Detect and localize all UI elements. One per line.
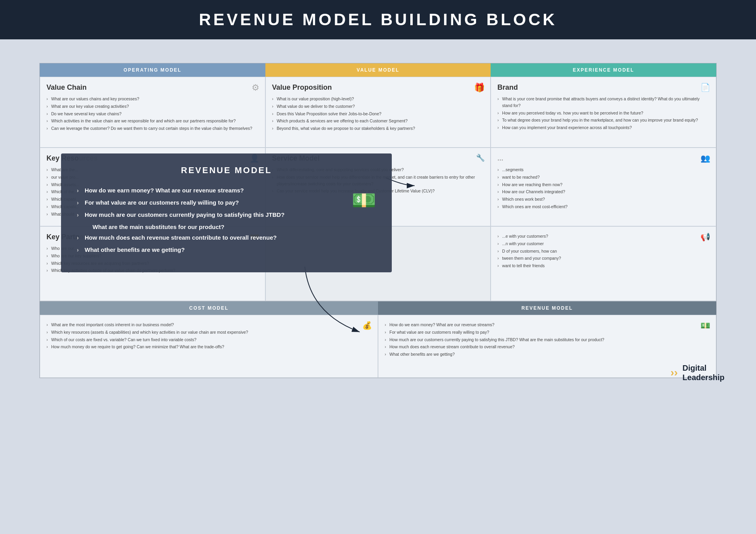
- rl-item-3: D of your customers, how can: [497, 248, 710, 255]
- rl-item-4: tween them and your company?: [497, 255, 710, 262]
- brand-item-3: To what degree does your brand help you …: [497, 117, 710, 124]
- vc-item-1: What are our values chains and key proce…: [46, 96, 259, 102]
- logo-text: DigitalLeadership: [682, 363, 724, 382]
- rm-item-1: How do we earn money? What are our reven…: [385, 322, 710, 328]
- vp-item-4: Which products & services are we offerin…: [272, 118, 484, 124]
- cs-item-1: ...segments: [497, 166, 710, 173]
- vc-item-5: Can we leverage the customer? Do we want…: [46, 125, 259, 132]
- cm-item-1: What are the most important costs inhere…: [46, 322, 371, 328]
- col-header-revenue: REVENUE MODEL: [378, 301, 716, 315]
- ov-item-3: How much are our customers currently pay…: [77, 209, 376, 220]
- cs-item-6: Which ones are most cost-efficient?: [497, 203, 710, 210]
- cs-item-2: want to be reached?: [497, 174, 710, 181]
- cs-list: ...segments want to be reached? How are …: [497, 166, 710, 210]
- brand-item-1: What is your core brand promise that att…: [497, 96, 710, 109]
- customer-segments-card: 👥 ... ...segments want to be reached? Ho…: [491, 148, 716, 226]
- value-proposition-card: 🎁 Value Proposition What is our value pr…: [265, 77, 491, 148]
- brand-card: 📄 Brand What is your core brand promise …: [491, 77, 716, 148]
- value-chain-list: What are our values chains and key proce…: [46, 96, 259, 132]
- bottom-grid: COST MODEL REVENUE MODEL 💰 What are the …: [39, 301, 717, 378]
- revenue-overlay: REVENUE MODEL 💵 How do we earn money? Wh…: [61, 153, 392, 272]
- cm-item-2: Which key resources (assets & capabiliti…: [46, 329, 371, 336]
- ov-item-1: How do we earn money? What are our reven…: [77, 185, 376, 196]
- ov-item-2: For what value are our customers really …: [77, 197, 376, 208]
- revenue-model-bottom-card: 💵 How do we earn money? What are our rev…: [378, 315, 716, 378]
- vp-item-3: Does this Value Proposition solve their …: [272, 111, 484, 117]
- revenue-model-bottom-list: How do we earn money? What are our reven…: [385, 322, 710, 358]
- page-header: REVENUE MODEL BUILDING BLOCK: [0, 0, 756, 39]
- logo: ›› DigitalLeadership: [671, 363, 724, 382]
- value-chain-title: Value Chain: [46, 83, 259, 92]
- brand-list: What is your core brand promise that att…: [497, 96, 710, 131]
- col-header-operating: OPERATING MODEL: [40, 63, 265, 77]
- value-proposition-title: Value Proposition: [272, 83, 484, 92]
- logo-chevron-icon: ››: [671, 366, 678, 379]
- ov-indent: What are the main substitutes for our pr…: [77, 222, 376, 232]
- rl-item-5: want to tell their friends: [497, 262, 710, 269]
- vc-item-3: Do we have several key value chains?: [46, 111, 259, 117]
- col-header-value: VALUE MODEL: [265, 63, 491, 77]
- cost-model-card: 💰 What are the most important costs inhe…: [40, 315, 378, 378]
- col-header-cost: COST MODEL: [40, 301, 378, 315]
- overlay-list: How do we earn money? What are our reven…: [77, 185, 376, 255]
- right-lower-card: 📢 ...e with your customers? ...n with yo…: [491, 226, 716, 301]
- people-icon: 👥: [700, 153, 710, 163]
- brand-title: Brand: [497, 83, 710, 92]
- value-proposition-list: What is our value proposition (high-leve…: [272, 96, 484, 132]
- col-header-experience: EXPERIENCE MODEL: [491, 63, 716, 77]
- cs-title: ...: [497, 154, 710, 163]
- cm-item-3: Which of our costs are fixed vs. variabl…: [46, 336, 371, 343]
- main-content: OPERATING MODEL VALUE MODEL EXPERIENCE M…: [0, 39, 756, 394]
- value-chain-card: ⚙ Value Chain What are our values chains…: [40, 77, 265, 148]
- cm-item-4: How much money do we require to get goin…: [46, 344, 371, 350]
- brand-item-2: How are you perceived today vs. how you …: [497, 110, 710, 116]
- vp-item-2: What value do we deliver to the customer…: [272, 103, 484, 110]
- gear-icon: ⚙: [252, 83, 259, 93]
- vp-item-5: Beyond this, what value do we propose to…: [272, 125, 484, 132]
- brand-item-4: How can you implement your brand experie…: [497, 124, 710, 131]
- document-icon: 📄: [700, 83, 710, 92]
- vp-item-1: What is our value proposition (high-leve…: [272, 96, 484, 102]
- rm-item-3: How much are our customers currently pay…: [385, 336, 710, 343]
- rm-item-5: What other benefits are we getting?: [385, 351, 710, 358]
- right-lower-list: ...e with your customers? ...n with your…: [497, 233, 710, 269]
- rm-item-2: For what value are our customers really …: [385, 329, 710, 336]
- ov-item-5: What other benefits are we getting?: [77, 244, 376, 255]
- vc-item-2: What are our key value creating activiti…: [46, 103, 259, 110]
- cost-model-list: What are the most important costs inhere…: [46, 322, 371, 350]
- ov-item-4: How much does each revenue stream contri…: [77, 232, 376, 243]
- cs-item-4: How are our Channels integrated?: [497, 188, 710, 195]
- service-icon: 🔧: [476, 153, 485, 162]
- vc-item-4: Which activities in the value chain are …: [46, 118, 259, 124]
- cs-item-5: Which ones work best?: [497, 196, 710, 203]
- page-title: REVENUE MODEL BUILDING BLOCK: [199, 10, 557, 29]
- cs-item-3: How are we reaching them now?: [497, 181, 710, 188]
- gift-icon: 🎁: [474, 83, 485, 93]
- rm-item-4: How much does each revenue stream contri…: [385, 344, 710, 350]
- rl-item-1: ...e with your customers?: [497, 233, 710, 240]
- overlay-title: REVENUE MODEL: [77, 165, 376, 176]
- rl-item-2: ...n with your customer: [497, 240, 710, 247]
